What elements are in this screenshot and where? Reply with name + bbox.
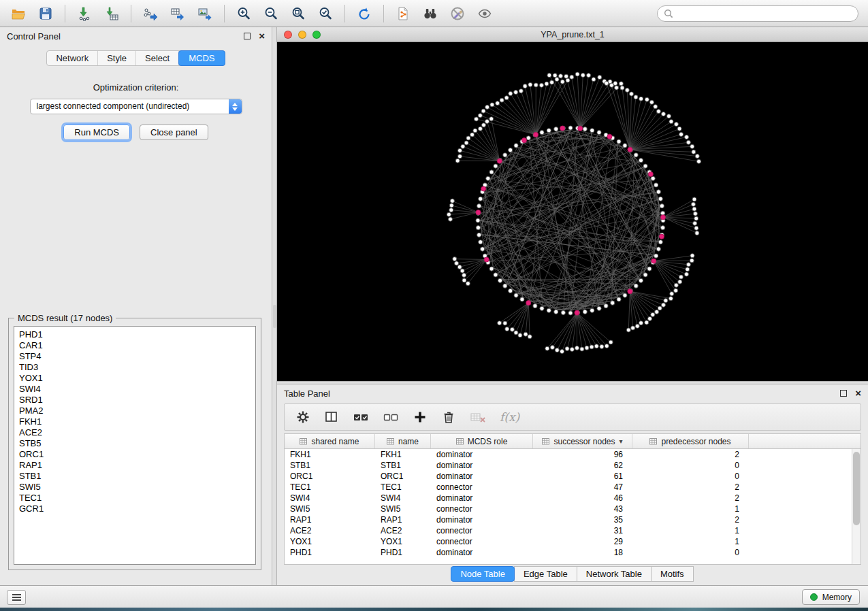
window-close-icon[interactable] — [284, 31, 292, 39]
table-row[interactable]: ORC1ORC1dominator610 — [285, 471, 861, 482]
zoom-fit-button[interactable] — [287, 3, 310, 24]
status-menu-button[interactable] — [7, 590, 26, 605]
global-search[interactable] — [657, 5, 858, 22]
table-row[interactable]: YOX1YOX1connector291 — [285, 536, 861, 547]
table-row[interactable]: ACE2ACE2connector311 — [285, 525, 861, 536]
column-menu-icon — [300, 438, 307, 445]
trash-icon — [441, 410, 456, 425]
table-cell: TEC1 — [285, 482, 375, 493]
select-all-button[interactable] — [353, 410, 369, 425]
add-row-button[interactable] — [413, 410, 428, 425]
no-style-icon — [450, 6, 465, 21]
table-settings-button[interactable] — [295, 410, 310, 425]
vertical-splitter[interactable] — [272, 27, 277, 585]
tab-select[interactable]: Select — [136, 51, 179, 65]
table-row[interactable]: SWI4SWI4dominator462 — [285, 493, 861, 503]
refresh-view-button[interactable] — [353, 3, 376, 24]
open-file-button[interactable] — [7, 3, 30, 24]
style-disabled-button[interactable] — [446, 3, 469, 24]
show-graphics-details-button[interactable] — [473, 3, 496, 24]
table-scrollbar[interactable] — [852, 449, 861, 564]
float-table-panel-icon[interactable] — [840, 390, 847, 397]
mcds-result-item[interactable]: TEC1 — [19, 493, 251, 503]
tab-network-table[interactable]: Network Table — [577, 566, 652, 582]
window-zoom-icon[interactable] — [312, 31, 321, 39]
close-panel-icon[interactable]: × — [259, 33, 265, 39]
table-row[interactable]: STB1STB1dominator620 — [285, 460, 861, 471]
table-scrollbar-thumb[interactable] — [853, 452, 860, 525]
mcds-result-item[interactable]: CAR1 — [19, 340, 251, 351]
table-cell: STB1 — [285, 460, 375, 471]
window-minimize-icon[interactable] — [298, 31, 306, 39]
import-table-button[interactable] — [100, 3, 123, 24]
tab-network[interactable]: Network — [47, 51, 98, 65]
control-panel-title: Control Panel — [7, 31, 61, 42]
column-chooser-button[interactable] — [324, 410, 339, 425]
mcds-result-item[interactable]: TID3 — [19, 362, 251, 373]
share-network-button[interactable] — [391, 3, 415, 24]
deselect-all-button[interactable] — [383, 410, 399, 425]
column-header-predecessor-nodes[interactable]: predecessor nodes — [632, 434, 749, 448]
table-cell: 0 — [632, 547, 749, 558]
mcds-result-item[interactable]: ACE2 — [19, 427, 251, 438]
main-toolbar — [0, 0, 868, 27]
mcds-result-item[interactable]: RAP1 — [19, 460, 251, 471]
export-network-button[interactable] — [139, 3, 162, 24]
export-image-icon — [197, 6, 212, 21]
tab-motifs[interactable]: Motifs — [651, 566, 694, 582]
tab-mcds[interactable]: MCDS — [178, 50, 225, 66]
mcds-result-item[interactable]: STB5 — [19, 438, 251, 449]
mcds-result-item[interactable]: SRD1 — [19, 395, 251, 406]
tab-edge-table[interactable]: Edge Table — [514, 566, 577, 582]
table-cell: 1 — [632, 503, 749, 514]
table-cell: PHD1 — [285, 547, 375, 558]
memory-button[interactable]: Memory — [802, 589, 860, 605]
tab-style[interactable]: Style — [98, 51, 136, 65]
table-cell: dominator — [431, 547, 533, 558]
search-network-button[interactable] — [419, 3, 442, 24]
export-image-button[interactable] — [193, 3, 216, 24]
mcds-result-item[interactable]: ORC1 — [19, 449, 251, 460]
tab-node-table[interactable]: Node Table — [451, 566, 515, 582]
mcds-result-item[interactable]: SWI4 — [19, 384, 251, 395]
mcds-result-item[interactable]: PMA2 — [19, 406, 251, 416]
close-panel-button[interactable]: Close panel — [140, 125, 208, 140]
mcds-result-item[interactable]: STB1 — [19, 471, 251, 482]
table-row[interactable]: SWI5SWI5connector431 — [285, 503, 861, 514]
network-graph[interactable] — [277, 42, 868, 381]
mcds-result-item[interactable]: FKH1 — [19, 416, 251, 427]
import-network-button[interactable] — [73, 3, 96, 24]
splitter-handle[interactable] — [273, 305, 276, 328]
column-header-mcds-role[interactable]: MCDS role — [431, 434, 533, 448]
run-mcds-button[interactable]: Run MCDS — [63, 125, 130, 140]
delete-row-button[interactable] — [441, 410, 456, 425]
table-row[interactable]: FKH1FKH1dominator962 — [285, 449, 861, 460]
mcds-result-item[interactable]: PHD1 — [19, 329, 251, 340]
table-cell: 29 — [533, 536, 632, 547]
search-input[interactable] — [677, 9, 852, 18]
column-header-shared-name[interactable]: shared name — [285, 434, 375, 448]
optimization-criterion-select[interactable]: largest connected component (undirected) — [30, 99, 242, 114]
mcds-result-item[interactable]: SWI5 — [19, 482, 251, 493]
column-header-successor-nodes[interactable]: successor nodes▾ — [533, 434, 632, 448]
table-cell: YOX1 — [285, 536, 375, 547]
table-cell: 31 — [533, 525, 632, 536]
refresh-icon — [357, 6, 372, 21]
column-header-name[interactable]: name — [375, 434, 431, 448]
zoom-in-button[interactable] — [232, 3, 255, 24]
mcds-result-item[interactable]: GCR1 — [19, 503, 251, 514]
zoom-out-button[interactable] — [259, 3, 283, 24]
search-icon — [664, 9, 673, 18]
float-panel-icon[interactable] — [244, 33, 251, 39]
export-table-button[interactable] — [166, 3, 189, 24]
mcds-result-item[interactable]: YOX1 — [19, 373, 251, 384]
table-cell: 18 — [533, 547, 632, 558]
table-row[interactable]: PHD1PHD1dominator180 — [285, 547, 861, 558]
close-table-panel-icon[interactable]: × — [855, 390, 861, 397]
zoom-selected-button[interactable] — [314, 3, 337, 24]
save-session-button[interactable] — [34, 3, 57, 24]
table-row[interactable]: RAP1RAP1dominator352 — [285, 514, 861, 525]
table-row[interactable]: TEC1TEC1connector472 — [285, 482, 861, 493]
table-cell: 62 — [533, 460, 632, 471]
mcds-result-item[interactable]: STP4 — [19, 351, 251, 362]
